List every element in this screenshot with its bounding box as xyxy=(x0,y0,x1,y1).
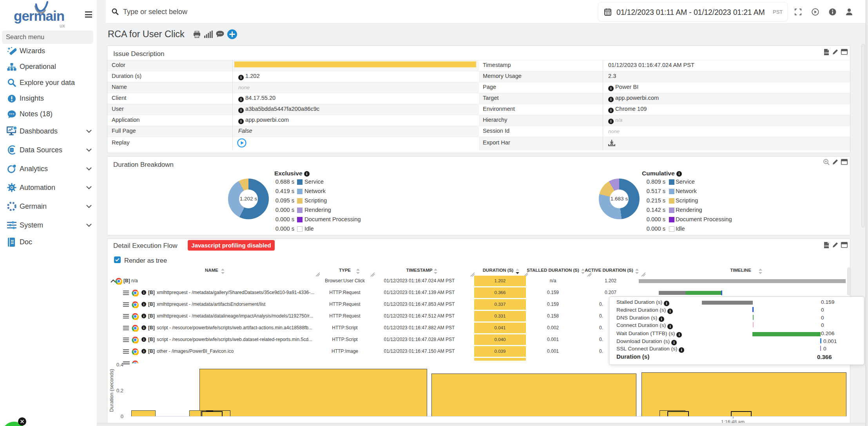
svg-text:CSV: CSV xyxy=(825,52,829,54)
svg-text:CSV: CSV xyxy=(825,245,829,247)
